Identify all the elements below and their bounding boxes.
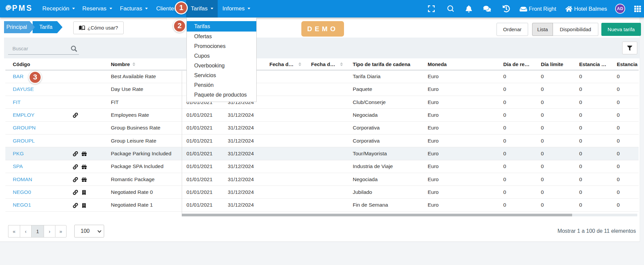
svg-text:U: U	[7, 6, 10, 10]
